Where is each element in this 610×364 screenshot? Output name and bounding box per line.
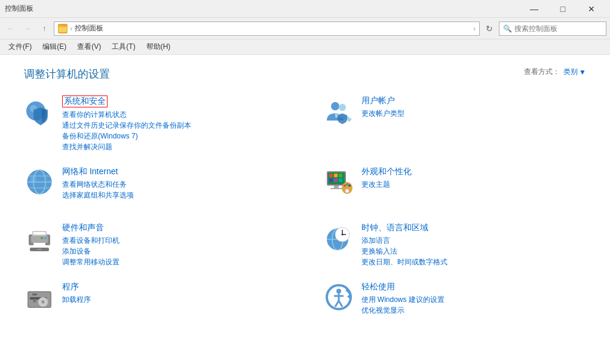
svg-rect-18 bbox=[334, 174, 338, 177]
appearance-title[interactable]: 外观和个性化 bbox=[361, 166, 412, 177]
search-box: 🔍 bbox=[499, 21, 606, 36]
system-security-title[interactable]: 系统和安全 bbox=[62, 95, 108, 107]
disc-icon bbox=[25, 283, 54, 311]
user-accounts-title[interactable]: 用户帐户 bbox=[361, 95, 395, 106]
link-system-security-0[interactable]: 查看你的计算机状态 bbox=[62, 110, 287, 120]
category-hardware: 硬件和声音 查看设备和打印机添加设备调整常用移动设置 bbox=[24, 223, 287, 267]
search-icon: 🔍 bbox=[503, 24, 512, 33]
svg-point-12 bbox=[30, 177, 36, 183]
svg-line-57 bbox=[335, 301, 339, 307]
svg-rect-30 bbox=[31, 236, 48, 243]
category-appearance: 外观和个性化 更改主题 bbox=[323, 166, 587, 208]
title-bar-text: 控制面板 bbox=[5, 4, 520, 14]
programs-links: 卸载程序 bbox=[62, 295, 287, 305]
clock-content: 时钟、语言和区域 添加语言更换输入法更改日期、时间或数字格式 bbox=[361, 223, 587, 267]
link-clock-language-2[interactable]: 更改日期、时间或数字格式 bbox=[361, 257, 587, 267]
back-button[interactable]: ← bbox=[4, 21, 18, 36]
system-security-content: 系统和安全 查看你的计算机状态通过文件历史记录保存你的文件备份副本备份和还原(W… bbox=[62, 95, 287, 152]
link-ease-of-access-1[interactable]: 优化视觉显示 bbox=[361, 306, 587, 316]
hardware-content: 硬件和声音 查看设备和打印机添加设备调整常用移动设置 bbox=[62, 223, 287, 267]
svg-rect-17 bbox=[329, 174, 333, 177]
appearance-content: 外观和个性化 更改主题 bbox=[361, 166, 587, 190]
svg-rect-37 bbox=[37, 249, 42, 250]
menu-edit[interactable]: 编辑(E) bbox=[38, 40, 71, 54]
svg-rect-22 bbox=[339, 178, 342, 182]
user-accounts-icon bbox=[323, 95, 354, 127]
monitor-palette-icon bbox=[324, 168, 353, 196]
svg-point-6 bbox=[339, 104, 346, 111]
svg-rect-20 bbox=[329, 178, 333, 182]
minimize-button[interactable]: — bbox=[520, 0, 548, 18]
svg-rect-33 bbox=[33, 243, 45, 248]
link-network-internet-1[interactable]: 选择家庭组和共享选项 bbox=[62, 190, 287, 200]
category-system-security: 系统和安全 查看你的计算机状态通过文件历史记录保存你的文件备份副本备份和还原(W… bbox=[24, 95, 287, 152]
forward-button[interactable]: → bbox=[20, 21, 35, 36]
menu-help[interactable]: 帮助(H) bbox=[142, 40, 176, 54]
link-hardware-sound-1[interactable]: 添加设备 bbox=[62, 246, 287, 257]
appearance-icon bbox=[323, 166, 354, 198]
globe-icon bbox=[25, 168, 54, 196]
network-content: 网络和 Internet 查看网络状态和任务选择家庭组和共享选项 bbox=[62, 166, 287, 200]
network-title[interactable]: 网络和 Internet bbox=[62, 166, 118, 177]
link-hardware-sound-0[interactable]: 查看设备和打印机 bbox=[62, 236, 287, 246]
maximize-button[interactable]: □ bbox=[549, 0, 577, 18]
menu-view[interactable]: 查看(V) bbox=[72, 40, 106, 54]
category-clock: 时钟、语言和区域 添加语言更换输入法更改日期、时间或数字格式 bbox=[323, 223, 587, 267]
users-icon bbox=[324, 97, 353, 125]
clock-title[interactable]: 时钟、语言和区域 bbox=[361, 223, 428, 233]
link-ease-of-access-0[interactable]: 使用 Windows 建议的设置 bbox=[361, 295, 587, 305]
title-bar-controls: — □ ✕ bbox=[520, 0, 605, 18]
menu-file[interactable]: 文件(F) bbox=[4, 40, 36, 54]
view-mode-value[interactable]: 类别 ▼ bbox=[563, 67, 586, 77]
svg-point-26 bbox=[348, 184, 351, 187]
breadcrumb-separator: › bbox=[70, 24, 72, 33]
link-system-security-1[interactable]: 通过文件历史记录保存你的文件备份副本 bbox=[62, 121, 287, 131]
link-programs-0[interactable]: 卸载程序 bbox=[62, 295, 287, 305]
link-user-accounts-0[interactable]: 更改帐户类型 bbox=[361, 109, 587, 119]
view-mode-selector: 查看方式： 类别 ▼ bbox=[524, 67, 586, 77]
link-system-security-2[interactable]: 备份和还原(Windows 7) bbox=[62, 131, 287, 141]
link-clock-language-0[interactable]: 添加语言 bbox=[361, 236, 587, 246]
ease-of-access-icon bbox=[323, 282, 354, 313]
menu-bar: 文件(F) 编辑(E) 查看(V) 工具(T) 帮助(H) bbox=[0, 39, 610, 55]
category-programs: 程序 卸载程序 bbox=[24, 282, 287, 323]
refresh-button[interactable]: ↻ bbox=[482, 21, 496, 36]
svg-rect-16 bbox=[330, 188, 342, 189]
chevron-down-icon: ▼ bbox=[579, 68, 586, 76]
printer-icon bbox=[25, 224, 54, 252]
user-accounts-content: 用户帐户 更改帐户类型 bbox=[361, 95, 587, 119]
ease-of-access-links: 使用 Windows 建议的设置优化视觉显示 bbox=[361, 295, 587, 316]
search-input[interactable] bbox=[514, 24, 604, 33]
view-mode-text: 类别 bbox=[563, 67, 578, 77]
appearance-links: 更改主题 bbox=[361, 180, 587, 190]
view-mode-label: 查看方式： bbox=[524, 67, 560, 77]
svg-point-28 bbox=[345, 189, 349, 193]
system-security-links: 查看你的计算机状态通过文件历史记录保存你的文件备份副本备份和还原(Windows… bbox=[62, 110, 287, 152]
folder-icon bbox=[59, 24, 67, 33]
main-content: 调整计算机的设置 查看方式： 类别 ▼ bbox=[0, 55, 610, 364]
network-links: 查看网络状态和任务选择家庭组和共享选项 bbox=[62, 180, 287, 200]
link-system-security-3[interactable]: 查找并解决问题 bbox=[62, 142, 287, 152]
svg-point-27 bbox=[349, 187, 351, 190]
svg-rect-32 bbox=[33, 232, 45, 235]
clock-icon bbox=[323, 223, 354, 254]
link-appearance-0[interactable]: 更改主题 bbox=[361, 180, 587, 190]
link-network-internet-0[interactable]: 查看网络状态和任务 bbox=[62, 180, 287, 190]
svg-rect-15 bbox=[334, 186, 339, 188]
link-clock-language-1[interactable]: 更换输入法 bbox=[361, 246, 587, 257]
svg-point-50 bbox=[42, 301, 44, 303]
address-bar-icon bbox=[58, 24, 68, 33]
programs-title[interactable]: 程序 bbox=[62, 282, 79, 292]
up-button[interactable]: ↑ bbox=[37, 21, 51, 36]
svg-line-58 bbox=[339, 301, 342, 307]
category-network: 网络和 Internet 查看网络状态和任务选择家庭组和共享选项 bbox=[24, 166, 287, 208]
programs-icon bbox=[24, 282, 55, 313]
close-button[interactable]: ✕ bbox=[578, 0, 605, 18]
svg-point-34 bbox=[44, 237, 47, 239]
menu-tools[interactable]: 工具(T) bbox=[107, 40, 140, 54]
ease-of-access-title[interactable]: 轻松使用 bbox=[361, 282, 395, 292]
link-hardware-sound-2[interactable]: 调整常用移动设置 bbox=[62, 257, 287, 267]
hardware-title[interactable]: 硬件和声音 bbox=[62, 223, 104, 233]
svg-rect-21 bbox=[334, 178, 338, 182]
categories-grid: 系统和安全 查看你的计算机状态通过文件历史记录保存你的文件备份副本备份和还原(W… bbox=[24, 95, 586, 323]
